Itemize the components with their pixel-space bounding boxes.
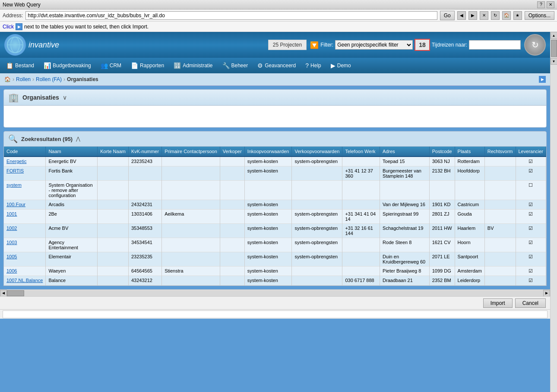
nav-crm[interactable]: 👥 CRM xyxy=(96,60,126,72)
table-row: 100.FourArcadis24324231system-kostenVan … xyxy=(4,200,546,210)
scroll-right-icon[interactable]: ▶ xyxy=(543,290,550,297)
breadcrumb-arrow-icon[interactable]: ▶ xyxy=(539,76,546,83)
app-area: invantive 25 Projecten 🔽 Filter: Geen pr… xyxy=(0,32,550,392)
filter-select[interactable]: Geen projectspecifiek filter xyxy=(335,40,413,50)
administratie-icon: 🔢 xyxy=(174,62,181,69)
nav-menu: 📋 Bestand 📊 Budgetbewaking 👥 CRM 📄 Rappo… xyxy=(0,58,550,73)
table-header-row: Code Naam Korte Naam KvK-nummer Primaire… xyxy=(4,147,546,157)
col-postcode: Postcode xyxy=(429,147,455,157)
app-header: invantive 25 Projecten 🔽 Filter: Geen pr… xyxy=(0,32,550,58)
panel-header: 🏢 Organisaties ∨ xyxy=(4,90,546,106)
favorites-icon[interactable]: ★ xyxy=(513,11,522,20)
col-code: Code xyxy=(4,147,46,157)
nav-rapporten[interactable]: 📄 Rapporten xyxy=(127,60,168,72)
search-title: Zoekresultaten (95) xyxy=(21,136,73,142)
scroll-down-icon[interactable]: ▼ xyxy=(551,58,557,65)
crm-icon: 👥 xyxy=(101,62,108,69)
rapporten-icon: 📄 xyxy=(131,62,138,69)
go-button[interactable]: Go xyxy=(440,11,455,20)
table-row: 1006Waeyen64564565Stienstrasystem-kosten… xyxy=(4,267,546,276)
projects-badge: 25 Projecten xyxy=(268,40,307,50)
cancel-button[interactable]: Cancel xyxy=(515,298,546,308)
nav-help[interactable]: ? Help xyxy=(301,60,325,72)
results-table-container[interactable]: Code Naam Korte Naam KvK-nummer Primaire… xyxy=(3,147,547,286)
scroll-up-icon[interactable]: ▲ xyxy=(551,32,557,39)
import-button[interactable]: Import xyxy=(483,298,513,308)
forward-icon[interactable]: ▶ xyxy=(468,11,477,20)
date-badge: 18 xyxy=(415,39,430,51)
table-row: EnergeticEnergetic BV23235243system-kost… xyxy=(4,157,546,166)
vertical-scrollbar[interactable]: ▲ ▼ xyxy=(550,32,557,392)
address-label: Address: xyxy=(3,13,23,19)
nav-geavanceerd[interactable]: ⚙ Geavanceerd xyxy=(253,60,300,72)
filter-label: Filter: xyxy=(320,42,333,48)
scroll-thumb[interactable] xyxy=(7,290,24,296)
window-controls: ? ✕ xyxy=(537,1,554,8)
click-bar: Click ▶ next to the tables you want to s… xyxy=(0,22,557,32)
horizontal-scrollbar[interactable]: ◀ ▶ xyxy=(0,289,550,296)
refresh-icon[interactable]: ↻ xyxy=(491,11,500,20)
col-primaire: Primaire Contactpersoon xyxy=(162,147,220,157)
col-leverancier: Leverancier xyxy=(516,147,546,157)
col-verkoper: Verkoper xyxy=(220,147,244,157)
home-icon[interactable]: 🏠 xyxy=(502,11,511,20)
address-input[interactable] xyxy=(25,11,437,20)
header-right: 25 Projecten 🔽 Filter: Geen projectspeci… xyxy=(268,34,546,56)
nav-administratie[interactable]: 🔢 Administratie xyxy=(169,60,217,72)
scroll-thumb-vertical[interactable] xyxy=(551,40,557,57)
organisaties-panel: 🏢 Organisaties ∨ xyxy=(3,89,547,128)
table-row: 1005Elementair23235235system-kostensyste… xyxy=(4,252,546,267)
filter-area: 🔽 Filter: Geen projectspecifiek filter 1… xyxy=(310,39,521,51)
col-adres: Adres xyxy=(380,147,430,157)
logo-icon xyxy=(4,34,26,56)
arrow-icon: ▶ xyxy=(16,23,22,30)
collapse-icon[interactable]: ⋀ xyxy=(76,136,80,142)
status-input[interactable] xyxy=(3,310,548,318)
app-logo: invantive xyxy=(4,34,59,56)
search-results-header: 🔍 Zoekresultaten (95) ⋀ xyxy=(3,131,547,147)
close-button[interactable]: ✕ xyxy=(547,1,554,8)
nav-beheer[interactable]: 🔧 Beheer xyxy=(218,60,253,72)
refresh-button[interactable]: ↻ xyxy=(524,34,546,56)
col-plaats: Plaats xyxy=(455,147,484,157)
nav-demo[interactable]: ▶ Demo xyxy=(326,60,355,72)
table-row: 1007.NL.BalanceBalance43243212system-kos… xyxy=(4,276,546,285)
back-icon[interactable]: ◀ xyxy=(457,11,466,20)
panel-toggle[interactable]: ∨ xyxy=(63,94,67,101)
table-row: 10012Be13031406Aeilkemasystem-kostensyst… xyxy=(4,210,546,224)
scroll-track[interactable] xyxy=(7,290,543,296)
results-table: Code Naam Korte Naam KvK-nummer Primaire… xyxy=(4,147,546,285)
click-link[interactable]: Click xyxy=(3,24,14,30)
search-icon: 🔍 xyxy=(8,134,18,144)
options-button[interactable]: Options... xyxy=(525,11,554,20)
window-title: New Web Query xyxy=(3,2,41,8)
col-verkoop: Verkoopvoorwaarden xyxy=(292,147,342,157)
breadcrumb: 🏠 › Rollen › Rollen (FA) › Organisaties … xyxy=(0,73,550,86)
address-bar: Address: Go ◀ ▶ ✕ ↻ 🏠 ★ Options... xyxy=(0,9,557,22)
beheer-icon: 🔧 xyxy=(222,62,230,69)
table-row: 1003Agency Entertainment34534541system-k… xyxy=(4,238,546,252)
col-telefoon: Telefoon Werk xyxy=(342,147,380,157)
bestand-icon: 📋 xyxy=(6,62,13,69)
budgetbewaking-icon: 📊 xyxy=(44,62,51,69)
nav-bestand[interactable]: 📋 Bestand xyxy=(2,60,38,72)
table-body: EnergeticEnergetic BV23235243system-kost… xyxy=(4,157,546,285)
table-row: 1002Acme BV35348553system-kostensystem-o… xyxy=(4,224,546,238)
table-row: FORTISFortis Banksystem-kosten+31 41 12 … xyxy=(4,166,546,181)
stop-icon[interactable]: ✕ xyxy=(480,11,488,20)
tijdreizen-input[interactable] xyxy=(469,40,521,50)
breadcrumb-rollen[interactable]: Rollen xyxy=(16,76,31,82)
title-bar: New Web Query ? ✕ xyxy=(0,0,557,9)
nav-budgetbewaking[interactable]: 📊 Budgetbewaking xyxy=(39,60,95,72)
logo-text: invantive xyxy=(28,41,59,50)
breadcrumb-rollen-fa[interactable]: Rollen (FA) xyxy=(36,76,62,82)
status-bar xyxy=(0,309,550,319)
help-button[interactable]: ? xyxy=(537,1,545,8)
panel-icon: 🏢 xyxy=(8,92,19,103)
scroll-left-icon[interactable]: ◀ xyxy=(0,290,7,297)
help-icon: ? xyxy=(305,62,309,69)
click-instruction: next to the tables you want to select, t… xyxy=(24,24,149,30)
panel-body xyxy=(4,106,546,127)
col-kvk: KvK-nummer xyxy=(128,147,161,157)
col-kortenaam: Korte Naam xyxy=(98,147,129,157)
